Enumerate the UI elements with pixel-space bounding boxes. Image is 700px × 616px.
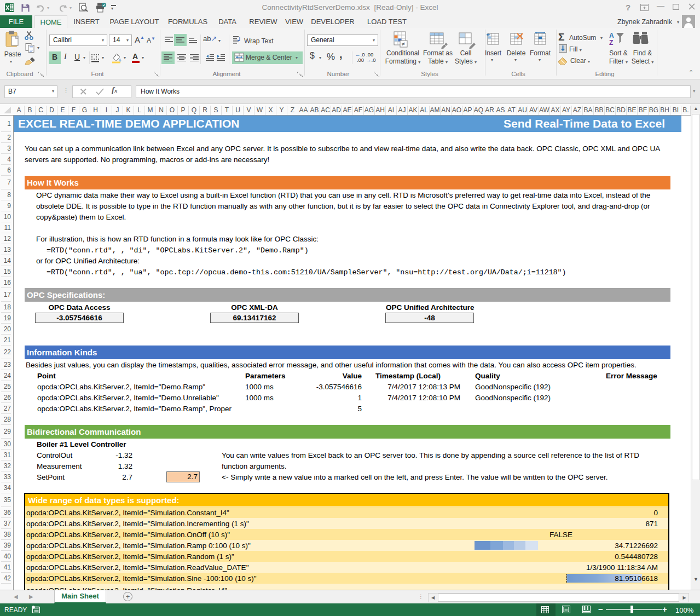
svg-text:≠: ≠: [402, 41, 405, 47]
svg-text:A: A: [609, 32, 614, 39]
svg-text:Z: Z: [609, 39, 613, 46]
